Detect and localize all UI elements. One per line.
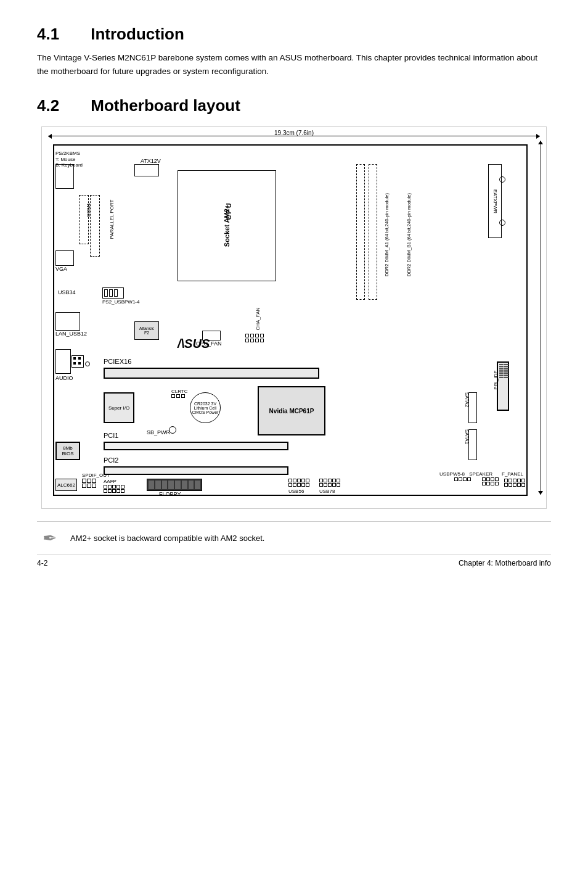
pci2-slot bbox=[104, 466, 288, 475]
pci2-label: PCI2 bbox=[104, 456, 118, 464]
sata1-connector bbox=[468, 429, 477, 460]
usb34-pins bbox=[103, 288, 123, 298]
parallel-port-label: PARALLEL PORT bbox=[109, 200, 115, 239]
section-4-1-number: 4.1 bbox=[37, 25, 86, 44]
ps2-usbpw-label: PS2_USBPW1-4 bbox=[102, 299, 139, 305]
sb-pwr-label: SB_PWR bbox=[147, 429, 170, 436]
section-4-1-heading: 4.1 Introduction bbox=[37, 25, 551, 44]
spdif-pins bbox=[82, 479, 96, 488]
pciex16-label: PCIEX16 bbox=[104, 358, 131, 366]
ps2kbms-label: PS/2KBMST: MouseB: Keyboard bbox=[55, 151, 83, 168]
section-4-2-heading: 4.2 Motherboard layout bbox=[37, 96, 551, 115]
motherboard-diagram: 19.3cm (7.6in) 24.5cm (9.6in) PS/2KBMST:… bbox=[41, 126, 547, 509]
usbpw58-pins bbox=[454, 477, 471, 481]
f-panel-label: F_PANEL bbox=[502, 471, 523, 477]
note-text: AM2+ socket is backward compatible with … bbox=[70, 534, 264, 543]
lan-usb12-label: LAN_USB12 bbox=[55, 331, 87, 337]
spdif-out-label: SPDIF_OUT bbox=[82, 472, 110, 478]
pri-ide-label: PRI_IDE bbox=[493, 371, 499, 390]
aafp-label: AAFP bbox=[104, 479, 116, 484]
dimm-b1-slot bbox=[369, 164, 377, 300]
vga-connector bbox=[55, 250, 74, 266]
pri-ide-connector bbox=[497, 361, 509, 411]
sata1-label: SATA1 bbox=[464, 429, 470, 444]
footer-chapter-info: Chapter 4: Motherboard info bbox=[459, 559, 551, 567]
floppy-label: FLOPPY bbox=[159, 491, 181, 497]
audio-connector bbox=[55, 349, 71, 374]
footer-page-number: 4-2 bbox=[37, 559, 47, 567]
footer: 4-2 Chapter 4: Motherboard info bbox=[37, 555, 551, 567]
cr2032-battery: CR2032 3VLithium CellCMOS Power bbox=[190, 392, 221, 423]
eatxpwr-connector: EATXPWR bbox=[488, 164, 502, 238]
height-arrow bbox=[541, 141, 541, 495]
dimm-b1-label: DDR2 DIMM_B1 (64 bit,240-pin module) bbox=[406, 193, 412, 276]
dimm-a1-label: DDR2 DIMM_A1 (64 bit,240-pin module) bbox=[384, 193, 390, 276]
eatxpwr-circle-bottom bbox=[499, 220, 505, 226]
f-panel-pins bbox=[504, 479, 525, 487]
bios-chip: 8MbBIOS bbox=[55, 442, 80, 460]
alc662-chip: ALC662 bbox=[55, 479, 77, 491]
fan-pins bbox=[245, 334, 264, 342]
eatxpwr-label: EATXPWR bbox=[492, 189, 498, 213]
vga-label: VGA bbox=[55, 266, 67, 273]
usb78-pins bbox=[319, 479, 340, 487]
section-4-2-title: Motherboard layout bbox=[91, 96, 240, 115]
aafp-pins bbox=[104, 485, 125, 493]
pci1-slot bbox=[104, 442, 288, 450]
audio-circle bbox=[85, 361, 90, 366]
pcb-board: PS/2KBMST: MouseB: Keyboard ATX12V COM1 … bbox=[53, 144, 528, 496]
usbpw58-label: USBPW5-8 bbox=[439, 471, 465, 477]
atx12v-connector bbox=[134, 164, 159, 176]
cr2032-label: CR2032 3VLithium CellCMOS Power bbox=[192, 402, 219, 415]
section-4-1-title: Introduction bbox=[91, 25, 184, 43]
width-arrow bbox=[48, 136, 540, 136]
super-io-chip: Super I/O bbox=[104, 392, 134, 423]
altansic-chip: AltansicF2 bbox=[134, 321, 159, 340]
cha-fan-label: CHA_FAN bbox=[255, 308, 261, 331]
pciex16-slot bbox=[104, 368, 319, 379]
audio-pins bbox=[71, 355, 84, 368]
pri-ide-pins bbox=[498, 363, 508, 379]
speaker-label: SPEAKER bbox=[469, 471, 492, 477]
section-4-2-number: 4.2 bbox=[37, 96, 86, 115]
note-box: ✒ AM2+ socket is backward compatible wit… bbox=[37, 521, 551, 555]
parallel-port-connector bbox=[90, 195, 100, 257]
atx12v-label: ATX12V bbox=[141, 158, 161, 165]
usb34-connector bbox=[102, 287, 124, 299]
clrtc-pins bbox=[171, 394, 185, 398]
intro-paragraph: The Vintage V-Series M2NC61P barebone sy… bbox=[37, 51, 551, 78]
asus-logo: /\SUS bbox=[178, 337, 210, 351]
audio-label: AUDIO bbox=[55, 375, 73, 382]
cpu-label: CPU bbox=[225, 202, 232, 220]
dimm-a1-slot bbox=[356, 164, 365, 300]
lan-usb12-connector bbox=[55, 312, 80, 331]
eatxpwr-circle-top bbox=[499, 176, 505, 183]
usb34-label: USB34 bbox=[58, 289, 76, 296]
nvidia-chip: Nvidia MCP61P bbox=[258, 386, 325, 435]
usb56-pins bbox=[288, 479, 309, 487]
clrtc-label: CLRTC bbox=[171, 389, 188, 395]
pci1-label: PCI1 bbox=[104, 432, 118, 440]
sata2-label: SATA2 bbox=[464, 392, 470, 407]
socket-am2plus: Socket AM2+ bbox=[178, 170, 276, 281]
sata2-connector bbox=[468, 392, 477, 423]
usb78-label: USB78 bbox=[319, 489, 335, 494]
floppy-connector bbox=[147, 479, 202, 491]
usb56-label: USB56 bbox=[288, 489, 304, 494]
note-icon: ✒ bbox=[37, 528, 62, 548]
speaker-pins bbox=[482, 477, 499, 485]
